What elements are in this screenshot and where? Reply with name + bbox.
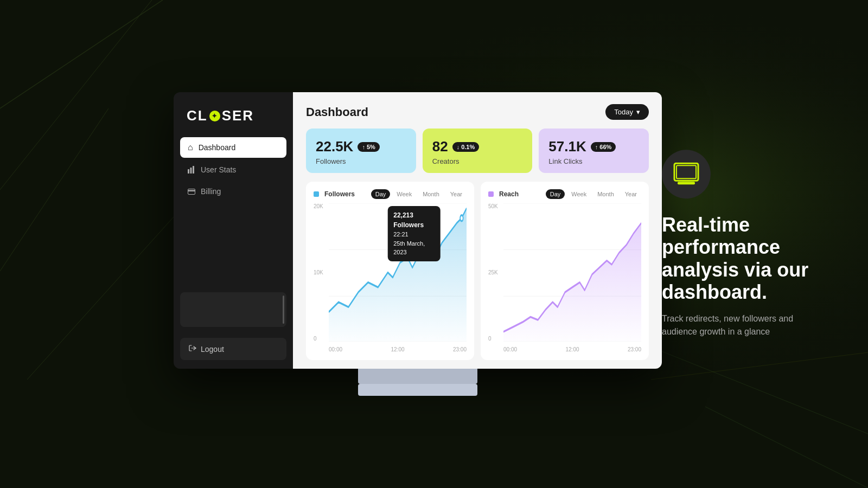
chevron-down-icon: ▾ — [636, 108, 640, 116]
svg-rect-11 — [188, 189, 195, 194]
reach-chart-card: Reach Day Week Month Year 50K 25K — [481, 182, 649, 360]
reach-chart-label: Reach — [499, 190, 519, 198]
reach-chart-area: 50K 25K 0 — [488, 203, 641, 352]
scrollbar[interactable] — [283, 296, 284, 324]
sidebar-stats-label: User Stats — [201, 165, 236, 174]
tooltip-value: 22,213 Followers — [393, 210, 435, 230]
clicks-badge: ↑ 66% — [591, 142, 616, 152]
monitor-stand-neck — [358, 369, 477, 384]
sidebar-item-dashboard[interactable]: ⌂ Dashboard — [180, 137, 286, 158]
logo-text-ser: SER — [222, 107, 254, 124]
sidebar-content-box — [180, 292, 286, 327]
creators-label: Creators — [432, 157, 523, 165]
monitor-stand-base — [358, 384, 477, 396]
app-logo: CL ✦ SER — [174, 92, 293, 137]
logo-icon: ✦ — [209, 111, 220, 121]
reach-legend-dot — [488, 191, 494, 197]
followers-chart-label: Followers — [324, 190, 355, 198]
creators-badge: ↓ 0.1% — [452, 142, 480, 152]
sidebar-billing-label: Billing — [201, 187, 221, 196]
svg-rect-9 — [190, 168, 192, 174]
stat-top-creators: 82 ↓ 0.1% — [432, 138, 523, 155]
followers-week-btn[interactable]: Week — [392, 189, 416, 199]
followers-chart-card: Followers Day Week Month Year 20K — [306, 182, 474, 360]
dashboard-title: Dashboard — [306, 105, 368, 119]
dashboard-header: Dashboard Today ▾ — [293, 92, 662, 129]
reach-y-labels: 50K 25K 0 — [488, 203, 498, 342]
period-label: Today — [614, 108, 633, 116]
reach-month-btn[interactable]: Month — [593, 189, 618, 199]
clicks-label: Link Clicks — [548, 157, 639, 165]
svg-rect-10 — [193, 166, 194, 174]
svg-rect-12 — [188, 190, 195, 191]
reach-x-labels: 00:00 12:00 23:00 — [503, 346, 641, 352]
followers-tooltip: 22,213 Followers 22:21 25th March, 2023 — [388, 206, 441, 261]
right-panel-subtext: Track redirects, new followers and audie… — [662, 312, 825, 338]
followers-chart-header: Followers Day Week Month Year — [314, 189, 467, 199]
tooltip-time: 22:21 — [393, 230, 435, 239]
stat-card-link-clicks: 57.1K ↑ 66% Link Clicks — [539, 129, 649, 173]
reach-chart-header: Reach Day Week Month Year — [488, 189, 641, 199]
sidebar-item-billing[interactable]: Billing — [180, 182, 286, 201]
bar-chart-icon — [188, 166, 195, 174]
credit-card-icon — [188, 189, 195, 195]
dashboard-feature-icon — [672, 162, 700, 186]
reach-day-btn[interactable]: Day — [546, 189, 565, 199]
followers-label: Followers — [316, 157, 406, 165]
logout-icon — [189, 344, 196, 354]
svg-rect-8 — [188, 169, 189, 174]
dashboard-main: Dashboard Today ▾ 22.5K ↑ 5% Followers — [293, 92, 662, 369]
right-panel: Real-time performance analysis via our d… — [662, 150, 825, 338]
svg-point-19 — [461, 216, 463, 220]
reach-year-btn[interactable]: Year — [621, 189, 641, 199]
tooltip-date: 25th March, 2023 — [393, 239, 435, 257]
followers-x-labels: 00:00 12:00 23:00 — [329, 346, 467, 352]
clicks-value: 57.1K — [548, 138, 586, 155]
feature-icon-circle — [662, 150, 711, 198]
logout-label: Logout — [201, 345, 224, 354]
sidebar-nav: ⌂ Dashboard User Stats — [174, 137, 293, 286]
svg-rect-27 — [678, 182, 695, 184]
creators-value: 82 — [432, 138, 448, 155]
followers-year-btn[interactable]: Year — [446, 189, 467, 199]
reach-period-btns: Day Week Month Year — [546, 189, 641, 199]
logout-button[interactable]: Logout — [180, 338, 286, 360]
stat-card-creators: 82 ↓ 0.1% Creators — [423, 129, 533, 173]
stat-card-followers: 22.5K ↑ 5% Followers — [306, 129, 416, 173]
logo-text-cl: CL — [187, 107, 208, 124]
followers-legend-dot — [314, 191, 319, 197]
followers-svg-wrapper: 22,213 Followers 22:21 25th March, 2023 — [329, 203, 467, 342]
reach-week-btn[interactable]: Week — [567, 189, 591, 199]
followers-value: 22.5K — [316, 138, 353, 155]
followers-y-labels: 20K 10K 0 — [314, 203, 323, 342]
followers-chart-area: 20K 10K 0 22,213 Followers 22:21 25th Ma… — [314, 203, 467, 352]
right-panel-heading: Real-time performance analysis via our d… — [662, 214, 825, 304]
followers-period-btns: Day Week Month Year — [371, 189, 467, 199]
period-selector[interactable]: Today ▾ — [605, 104, 649, 120]
sidebar-dashboard-label: Dashboard — [199, 143, 236, 152]
charts-row: Followers Day Week Month Year 20K — [293, 182, 662, 369]
stats-row: 22.5K ↑ 5% Followers 82 ↓ 0.1% Creators — [293, 129, 662, 182]
sidebar: CL ✦ SER ⌂ Dashboard — [174, 92, 293, 369]
followers-month-btn[interactable]: Month — [418, 189, 444, 199]
sidebar-item-user-stats[interactable]: User Stats — [180, 160, 286, 179]
svg-rect-25 — [676, 165, 696, 178]
followers-badge: ↑ 5% — [358, 142, 379, 152]
followers-day-btn[interactable]: Day — [371, 189, 391, 199]
home-icon: ⌂ — [188, 143, 193, 152]
stat-top-clicks: 57.1K ↑ 66% — [548, 138, 639, 155]
stat-top-followers: 22.5K ↑ 5% — [316, 138, 406, 155]
reach-svg-wrapper — [503, 203, 641, 342]
